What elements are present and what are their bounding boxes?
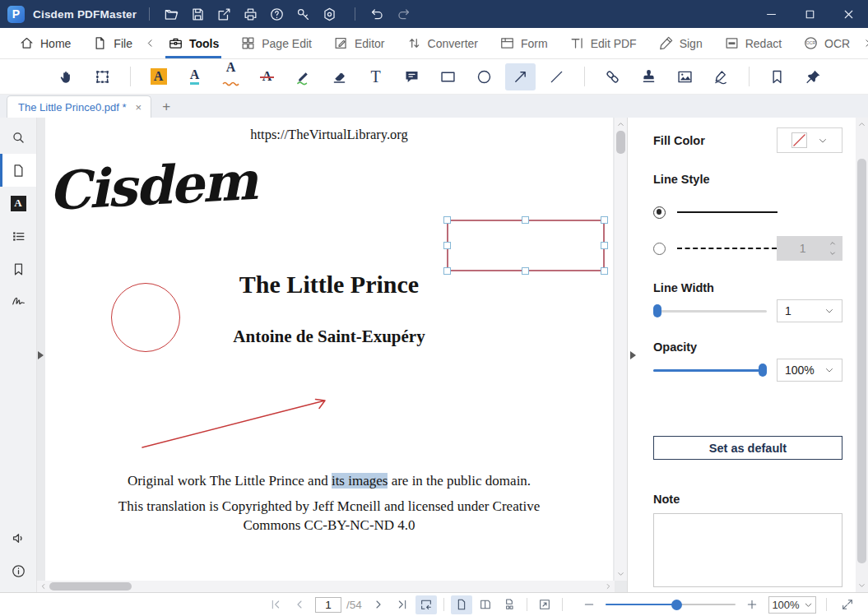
previous-page-button[interactable] (289, 595, 310, 614)
save-icon[interactable] (184, 2, 211, 26)
signature-tool-icon[interactable] (706, 63, 736, 90)
scroll-left-icon[interactable] (39, 582, 48, 591)
pencil-tool-icon[interactable] (288, 63, 318, 90)
fullscreen-button[interactable] (837, 595, 858, 614)
menu-scroll-right-icon[interactable] (861, 28, 868, 58)
fit-width-button[interactable] (415, 595, 437, 614)
new-tab-button[interactable]: + (151, 95, 181, 118)
selection-handle[interactable] (443, 216, 451, 224)
scroll-up-icon[interactable] (857, 120, 866, 129)
fill-color-dropdown[interactable] (777, 127, 842, 153)
squiggly-tool-icon[interactable]: A (216, 63, 246, 90)
menu-sign[interactable]: Sign (648, 28, 713, 58)
arrow-tool-icon[interactable] (505, 63, 536, 90)
line1-highlighted-text[interactable]: its images (332, 473, 388, 489)
selection-handle[interactable] (522, 216, 529, 224)
scroll-right-icon[interactable] (604, 582, 612, 591)
pin-tool-icon[interactable] (798, 63, 829, 90)
menu-home[interactable]: Home (8, 28, 81, 58)
panel-scrollbar[interactable] (856, 118, 868, 592)
sidebar-signatures-icon[interactable] (0, 285, 36, 318)
opacity-slider-thumb[interactable] (759, 364, 767, 377)
line-tool-icon[interactable] (541, 63, 572, 90)
document-vertical-scrollbar[interactable] (615, 118, 627, 581)
zoom-slider-thumb[interactable] (671, 600, 682, 610)
zoom-out-button[interactable] (578, 595, 600, 614)
zoom-in-button[interactable] (741, 595, 763, 614)
settings-icon[interactable] (316, 2, 342, 26)
undo-icon[interactable] (364, 2, 390, 26)
close-button[interactable] (829, 0, 868, 28)
sidebar-thumbnails-icon[interactable] (0, 154, 36, 187)
menu-converter[interactable]: Converter (396, 28, 489, 58)
arrow-annotation[interactable] (137, 391, 335, 456)
hand-tool-icon[interactable] (51, 63, 81, 90)
menu-tools[interactable]: Tools (157, 28, 230, 58)
bookmark-tool-icon[interactable] (762, 63, 792, 90)
menu-ocr[interactable]: OCR OCR (792, 28, 861, 58)
underline-tool-icon[interactable]: A (179, 63, 210, 90)
menu-scroll-left-icon[interactable] (143, 28, 157, 58)
set-as-default-button[interactable]: Set as default (653, 436, 842, 460)
vertical-scroll-thumb[interactable] (616, 131, 625, 154)
document-horizontal-scrollbar[interactable] (37, 581, 615, 592)
line-width-slider[interactable] (653, 304, 767, 317)
selection-handle[interactable] (601, 242, 608, 249)
maximize-button[interactable] (791, 0, 829, 28)
select-tool-icon[interactable] (87, 63, 118, 90)
menu-file[interactable]: File (81, 28, 143, 58)
panel-scroll-thumb[interactable] (857, 159, 866, 563)
license-key-icon[interactable] (290, 2, 316, 26)
sidebar-search-icon[interactable] (0, 121, 36, 154)
help-icon[interactable] (263, 2, 290, 26)
menu-redact[interactable]: Redact (713, 28, 792, 58)
actual-size-button[interactable] (534, 595, 555, 614)
scroll-down-icon[interactable] (616, 569, 625, 578)
highlight-tool-icon[interactable]: A (143, 63, 174, 90)
selection-handle[interactable] (601, 216, 608, 224)
info-icon[interactable] (0, 554, 36, 587)
minimize-button[interactable] (752, 0, 791, 28)
eraser-tool-icon[interactable] (324, 63, 355, 90)
pdf-page[interactable]: https://TheVirtualLibrary.org Cisdem The… (45, 118, 613, 581)
spinner-down-icon[interactable] (829, 250, 837, 257)
sidebar-bookmarks-icon[interactable] (0, 252, 36, 285)
ellipse-tool-icon[interactable] (469, 63, 499, 90)
share-icon[interactable] (211, 2, 237, 26)
continuous-view-button[interactable] (499, 595, 520, 614)
sidebar-outline-icon[interactable] (0, 220, 36, 252)
sidebar-annotations-icon[interactable]: A (0, 187, 36, 220)
comment-tool-icon[interactable] (397, 63, 427, 90)
solid-line-radio[interactable] (653, 206, 666, 219)
horizontal-scroll-thumb[interactable] (49, 582, 132, 591)
scroll-up-icon[interactable] (616, 120, 625, 129)
spinner-up-icon[interactable] (829, 240, 837, 247)
scroll-down-icon[interactable] (857, 581, 866, 590)
dash-width-spinner[interactable]: 1 (777, 236, 842, 261)
menu-form[interactable]: Form (489, 28, 559, 58)
print-icon[interactable] (237, 2, 263, 26)
next-page-button[interactable] (368, 595, 389, 614)
two-page-view-button[interactable] (475, 595, 496, 614)
dashed-line-radio[interactable] (653, 243, 666, 255)
zoom-level-dropdown[interactable]: 100% (768, 596, 816, 614)
tab-close-icon[interactable]: × (136, 102, 142, 113)
redo-icon[interactable] (390, 2, 416, 26)
note-textarea[interactable] (653, 513, 842, 587)
open-file-icon[interactable] (158, 2, 184, 26)
opacity-slider[interactable] (653, 364, 767, 377)
strikethrough-tool-icon[interactable]: A (252, 63, 282, 90)
zoom-slider[interactable] (606, 599, 736, 610)
link-tool-icon[interactable] (597, 63, 628, 90)
rectangle-tool-icon[interactable] (433, 63, 463, 90)
line-width-dropdown[interactable]: 1 (777, 299, 842, 322)
menu-page-edit[interactable]: Page Edit (230, 28, 323, 58)
single-page-view-button[interactable] (451, 595, 472, 614)
image-tool-icon[interactable] (670, 63, 700, 90)
stamp-tool-icon[interactable] (634, 63, 664, 90)
first-page-button[interactable] (265, 595, 286, 614)
page-number-input[interactable] (315, 597, 341, 613)
text-tool-icon[interactable]: T (360, 63, 391, 90)
last-page-button[interactable] (392, 595, 413, 614)
selected-rectangle-annotation[interactable] (447, 220, 605, 271)
